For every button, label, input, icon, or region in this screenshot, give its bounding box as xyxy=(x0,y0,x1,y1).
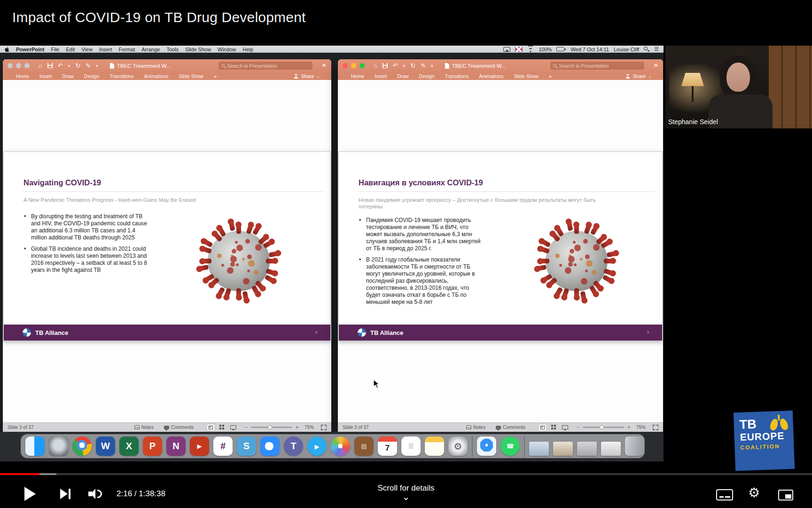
dock-icon-whatsapp[interactable]: ☎ xyxy=(500,437,520,456)
slide-sorter-button[interactable] xyxy=(218,424,226,431)
apple-logo-icon[interactable] xyxy=(5,47,9,52)
dock-divider[interactable] xyxy=(472,436,473,457)
slide-sorter-button[interactable] xyxy=(550,424,558,431)
captions-button[interactable] xyxy=(716,489,733,500)
zoom-in-button[interactable]: + xyxy=(296,425,298,430)
dock-icon-zoom[interactable] xyxy=(260,437,280,456)
ribbon-tab[interactable]: Animations xyxy=(479,73,503,79)
menubar-item[interactable]: Format xyxy=(118,47,135,52)
menubar-item[interactable]: Tools xyxy=(166,47,179,52)
ribbon-overflow-icon[interactable]: » xyxy=(214,73,217,79)
ribbon-tab[interactable]: Slide Show xyxy=(514,73,539,79)
zoom-window-button[interactable] xyxy=(359,63,365,68)
notes-button[interactable]: Notes xyxy=(134,425,154,430)
menubar-item[interactable]: Help xyxy=(242,47,253,52)
scroll-chevron-icon[interactable]: ⌄ xyxy=(0,493,812,500)
slideshow-button[interactable] xyxy=(229,424,237,431)
menubar-item[interactable]: File xyxy=(51,47,60,52)
dock-icon-reminders[interactable]: ☰ xyxy=(401,437,421,456)
keyboard-flag-icon[interactable] xyxy=(515,47,523,52)
miniplayer-button[interactable] xyxy=(778,490,793,500)
wifi-icon[interactable] xyxy=(527,47,534,52)
close-window-button[interactable] xyxy=(8,63,13,68)
dock-icon-system-preferences[interactable]: ⚙ xyxy=(448,437,468,456)
menubar-item[interactable]: Window xyxy=(218,47,236,52)
save-icon[interactable] xyxy=(47,63,53,68)
ribbon-tab[interactable]: Draw xyxy=(397,73,409,79)
zoom-in-button[interactable]: + xyxy=(627,425,630,430)
dock-icon-trash[interactable] xyxy=(625,437,644,456)
battery-icon[interactable] xyxy=(556,47,566,51)
menubar-clock[interactable]: Wed 7 Oct 14:11 xyxy=(570,47,609,52)
fit-slide-button[interactable] xyxy=(321,425,327,430)
undo-caret-icon[interactable]: ▾ xyxy=(403,64,406,68)
dock-icon-excel[interactable]: X xyxy=(119,437,139,456)
menubar-item[interactable]: Edit xyxy=(66,47,75,52)
video-title-link[interactable]: Impact of COVID-19 on TB Drug Developmen… xyxy=(12,9,306,25)
dock-icon-notes[interactable] xyxy=(425,437,444,456)
undo-icon[interactable]: ↶ xyxy=(393,63,398,69)
share-button[interactable]: Share ⌄ xyxy=(625,73,652,79)
edit-icon[interactable]: ✎ xyxy=(421,63,426,69)
minimize-window-button[interactable] xyxy=(16,63,21,68)
slide-count-label[interactable]: Slide 3 of 37 xyxy=(343,425,369,430)
control-center-icon[interactable]: ☰ xyxy=(654,46,659,52)
minimize-window-button[interactable] xyxy=(351,63,356,68)
presentation-search-box[interactable] xyxy=(219,62,312,70)
zoom-window-button[interactable] xyxy=(24,63,30,68)
edit-icon[interactable]: ✎ xyxy=(86,63,91,69)
comments-button[interactable]: Comments xyxy=(496,425,525,430)
redo-icon[interactable]: ↻ xyxy=(410,63,415,69)
dock-icon-powerpoint-show[interactable]: ▶ xyxy=(190,437,209,456)
dock-icon-teams[interactable]: T xyxy=(284,437,303,456)
dock-window-thumbnail[interactable] xyxy=(601,442,621,456)
ribbon-tab[interactable]: Transitions xyxy=(445,73,468,79)
menubar-item[interactable]: Arrange xyxy=(141,47,160,52)
dock-window-thumbnail[interactable] xyxy=(553,442,573,456)
normal-view-button[interactable] xyxy=(539,424,547,431)
dock-icon-powerpoint[interactable]: P xyxy=(143,437,162,456)
notes-button[interactable]: Notes xyxy=(466,425,485,430)
dock-window-thumbnail[interactable] xyxy=(529,442,549,456)
ribbon-overflow-icon[interactable]: » xyxy=(549,73,552,79)
zoom-slider[interactable] xyxy=(251,427,292,428)
toolbar-caret-icon[interactable]: ▾ xyxy=(96,64,98,68)
dock-divider[interactable] xyxy=(524,436,525,457)
ribbon-tab[interactable]: Transitions xyxy=(109,73,133,79)
home-icon[interactable]: ⌂ xyxy=(374,63,377,69)
redo-icon[interactable]: ↻ xyxy=(75,63,80,69)
share-button[interactable]: Share ⌄ xyxy=(294,73,320,79)
zoom-out-button[interactable]: − xyxy=(577,425,579,430)
menubar-app-name[interactable]: PowerPoint xyxy=(16,47,45,52)
normal-view-button[interactable] xyxy=(207,424,215,431)
dock-icon-skype[interactable]: S xyxy=(237,437,256,456)
undo-caret-icon[interactable]: ▾ xyxy=(68,64,70,68)
dock-icon-photos[interactable] xyxy=(331,437,350,456)
menubar-item[interactable]: View xyxy=(81,47,93,52)
dock-icon-safari[interactable] xyxy=(477,437,496,456)
slideshow-button[interactable] xyxy=(561,424,569,431)
ribbon-tab[interactable]: Insert xyxy=(39,73,52,79)
settings-button[interactable]: ⚙ xyxy=(748,485,760,500)
menubar-user[interactable]: Louise Cliff xyxy=(614,47,639,52)
toolbar-caret-icon[interactable]: ▾ xyxy=(431,64,433,68)
dock-icon-launchpad[interactable] xyxy=(49,437,68,456)
ribbon-tab[interactable]: Slide Show xyxy=(179,73,203,79)
spotlight-search-icon[interactable] xyxy=(644,47,649,52)
home-icon[interactable]: ⌂ xyxy=(39,63,42,69)
ribbon-tab[interactable]: Animations xyxy=(144,73,168,79)
pointer-flag-icon[interactable]: ⚑ xyxy=(321,63,327,69)
ribbon-tab[interactable]: Design xyxy=(419,73,435,79)
dock-icon-onenote[interactable]: N xyxy=(166,437,186,456)
dock-icon-notebook[interactable]: ▤ xyxy=(354,437,374,456)
zoom-level[interactable]: 75% xyxy=(636,425,646,430)
dock-icon-word[interactable]: W xyxy=(96,437,115,456)
ribbon-tab[interactable]: Draw xyxy=(62,73,74,79)
close-window-button[interactable] xyxy=(343,63,348,68)
comments-button[interactable]: Comments xyxy=(164,425,194,430)
dock-window-thumbnail[interactable] xyxy=(577,442,597,456)
search-input[interactable] xyxy=(227,63,310,69)
fit-slide-button[interactable] xyxy=(653,425,658,430)
screen-mirroring-icon[interactable] xyxy=(503,47,510,52)
ribbon-tab[interactable]: Insert xyxy=(375,73,387,79)
